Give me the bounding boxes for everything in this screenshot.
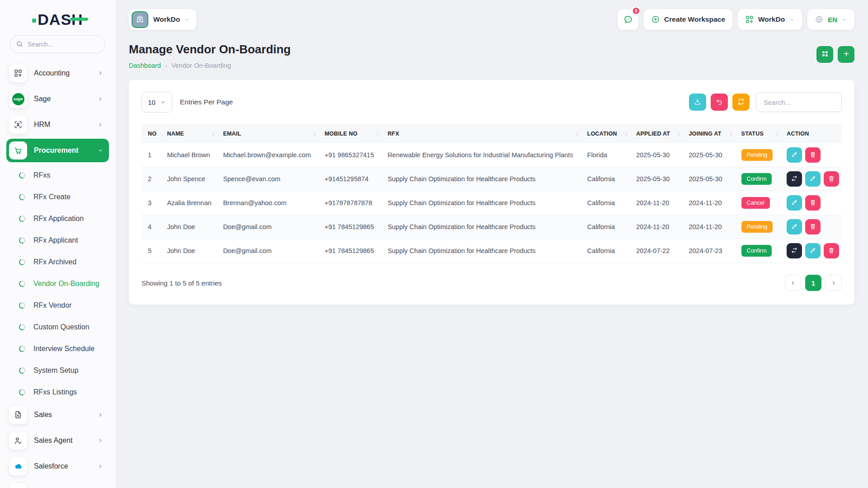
sidebar-subitem-vendor-on-boarding[interactable]: Vendor On-Boarding <box>9 273 106 295</box>
chevron-right-icon <box>97 96 104 102</box>
sort-icon[interactable]: ↑↓ <box>211 131 214 136</box>
sidebar-item-sales[interactable]: Sales <box>6 403 109 427</box>
grid-view-button[interactable] <box>816 46 833 63</box>
edit-button[interactable] <box>787 195 802 211</box>
trash-icon <box>809 223 816 231</box>
sort-icon[interactable]: ↑↓ <box>730 131 732 136</box>
create-workspace-button[interactable]: Create Workspace <box>644 9 732 30</box>
workspace-selector[interactable]: WorkDo <box>129 9 196 30</box>
app-logo[interactable]: DASH <box>9 10 106 29</box>
sort-icon[interactable]: ↑↓ <box>677 131 679 136</box>
sidebar-subitem-custom-question[interactable]: Custom Question <box>9 316 106 338</box>
delete-button[interactable] <box>824 171 839 187</box>
language-selector[interactable]: EN <box>807 9 854 30</box>
cell-joining_at: 2025-05-30 <box>684 143 736 167</box>
column-label: MOBILE NO <box>325 131 358 137</box>
plus-circle-icon <box>651 15 660 24</box>
sidebar-subitem-rfx-archived[interactable]: RFx Archived <box>9 251 106 273</box>
sort-icon[interactable]: ↑↓ <box>376 131 378 136</box>
sidebar-item-sage[interactable]: sageSage <box>6 87 109 111</box>
cell-status: Confirm <box>737 167 783 191</box>
sidebar-subitem-label: RFxs <box>33 171 50 179</box>
export-button[interactable] <box>689 94 706 111</box>
edit-button[interactable] <box>805 243 821 258</box>
swap-status-button[interactable] <box>787 243 802 258</box>
next-page-button[interactable]: › <box>826 275 842 291</box>
page-title: Manage Vendor On-Boarding <box>129 42 291 56</box>
column-header-name[interactable]: NAME↑↓ <box>162 124 218 143</box>
edit-button[interactable] <box>805 171 821 187</box>
sidebar-subitem-rfx-application[interactable]: RFx Application <box>9 208 106 230</box>
add-vendor-button[interactable] <box>838 46 854 63</box>
cell-rfx: Supply Chain Optimization for Healthcare… <box>383 167 582 191</box>
column-header-joining-at[interactable]: JOINING AT↑↓ <box>684 124 736 143</box>
sort-icon[interactable]: ↑↓ <box>624 131 627 136</box>
cell-mobile: +917878787878 <box>320 191 383 215</box>
sort-icon[interactable]: ↑↓ <box>775 131 778 136</box>
sidebar-subitem-rfxs-listings[interactable]: RFxs Listings <box>9 381 106 403</box>
workspace-avatar <box>132 11 148 28</box>
sidebar-item-sales-agent[interactable]: Sales Agent <box>6 429 109 452</box>
page-button-1[interactable]: 1 <box>805 275 821 291</box>
page-header: Manage Vendor On-Boarding Dashboard › Ve… <box>115 35 868 69</box>
cell-status: Pending <box>737 143 783 167</box>
column-header-applied-at[interactable]: APPLIED AT↑↓ <box>632 124 684 143</box>
column-header-location[interactable]: LOCATION↑↓ <box>583 124 632 143</box>
status-badge[interactable]: Confirm <box>741 245 772 257</box>
delete-button[interactable] <box>824 243 839 258</box>
delete-button[interactable] <box>805 147 821 163</box>
bullet-icon <box>18 193 26 201</box>
refresh-button[interactable] <box>732 94 750 111</box>
sort-icon[interactable]: ↑↓ <box>313 131 316 136</box>
column-header-rfx[interactable]: RFX↑↓ <box>383 124 582 143</box>
column-header-status[interactable]: STATUS↑↓ <box>737 124 783 143</box>
prev-page-button[interactable]: ‹ <box>785 275 801 291</box>
sidebar-item-label: Procurement <box>34 146 97 155</box>
sidebar-subitem-rfx-create[interactable]: RFx Create <box>9 186 106 208</box>
chevron-right-icon <box>97 437 104 444</box>
sidebar-item-hrm[interactable]: HRM <box>6 113 109 136</box>
logo-dot-icon <box>32 19 36 23</box>
sidebar-item-procurement[interactable]: Procurement <box>6 139 109 162</box>
column-header-mobile-no[interactable]: MOBILE NO↑↓ <box>320 124 383 143</box>
delete-button[interactable] <box>805 195 821 211</box>
swap-status-button[interactable] <box>787 171 802 187</box>
edit-button[interactable] <box>787 219 802 235</box>
bullet-icon <box>18 215 26 223</box>
sidebar-item-salesforce[interactable]: Salesforce <box>6 455 109 478</box>
edit-button[interactable] <box>787 147 802 163</box>
status-badge[interactable]: Cancel <box>741 197 770 209</box>
chevron-right-icon <box>97 70 104 76</box>
table-search-input[interactable] <box>756 92 842 112</box>
sidebar-item-movie-tv-studio[interactable]: Movie & TV Studio <box>6 480 109 488</box>
chevron-right-icon <box>97 412 104 418</box>
cell-action <box>782 191 842 215</box>
entries-per-page-select[interactable]: 10 <box>142 92 172 113</box>
sidebar-subitem-rfx-applicant[interactable]: RFx Applicant <box>9 230 106 251</box>
sidebar-item-accounting[interactable]: Accounting <box>6 61 109 85</box>
sidebar-subitem-interview-schedule[interactable]: Interview Schedule <box>9 338 106 360</box>
cell-mobile: +91 9865327415 <box>320 143 383 167</box>
undo-button[interactable] <box>711 94 728 111</box>
status-badge[interactable]: Confirm <box>741 173 772 185</box>
swap-icon <box>791 247 798 255</box>
sidebar-subitem-rfx-vendor[interactable]: RFx Vendor <box>9 295 106 316</box>
sidebar-search-input[interactable] <box>10 35 105 53</box>
column-header-email[interactable]: EMAIL↑↓ <box>218 124 320 143</box>
chevron-down-icon <box>160 99 166 105</box>
hrm-icon <box>9 116 27 134</box>
sidebar-nav: AccountingsageSageHRMProcurementRFxsRFx … <box>9 61 106 488</box>
status-badge[interactable]: Pending <box>741 149 773 161</box>
sort-icon[interactable]: ↑↓ <box>576 131 578 136</box>
cell-action <box>782 143 842 167</box>
messages-button[interactable]: 0 <box>618 9 638 30</box>
workspace-menu-button[interactable]: WorkDo <box>738 9 802 30</box>
trash-icon <box>809 151 816 160</box>
sidebar-subitem-rfxs[interactable]: RFxs <box>9 164 106 186</box>
cell-rfx: Supply Chain Optimization for Healthcare… <box>383 215 582 239</box>
status-badge[interactable]: Pending <box>741 221 773 233</box>
breadcrumb-dashboard-link[interactable]: Dashboard <box>129 62 161 69</box>
table-row: 1Michael BrownMichael.brown@example.com+… <box>142 143 842 167</box>
delete-button[interactable] <box>805 219 821 235</box>
sidebar-subitem-system-setup[interactable]: System Setup <box>9 360 106 381</box>
